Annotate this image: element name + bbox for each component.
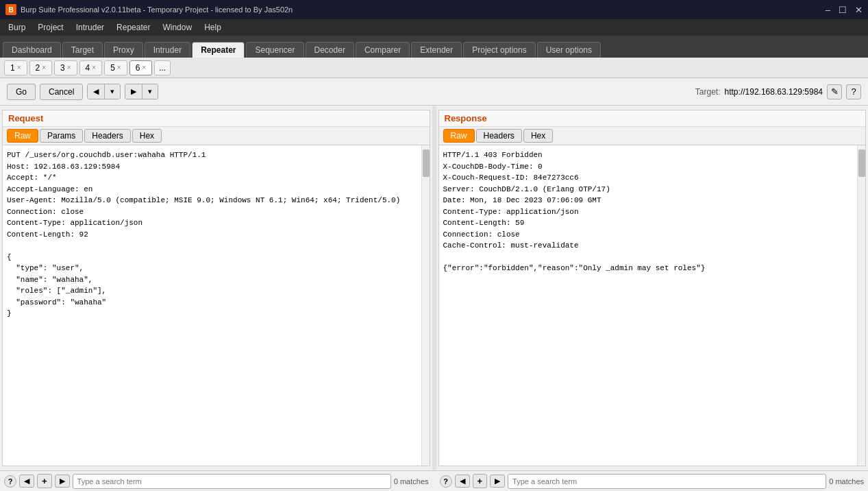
cancel-button[interactable]: Cancel	[40, 84, 83, 100]
repeater-tab-1[interactable]: 1 ×	[4, 60, 27, 75]
tab-dashboard[interactable]: Dashboard	[3, 42, 61, 58]
response-content[interactable]: HTTP/1.1 403 Forbidden X-CouchDB-Body-Ti…	[439, 145, 858, 466]
repeater-tab-more[interactable]: ...	[154, 60, 171, 75]
tab-decoder[interactable]: Decoder	[306, 42, 354, 58]
maximize-button[interactable]: ☐	[839, 5, 847, 15]
app-icon: B	[5, 4, 16, 15]
tab-1-label: 1	[10, 63, 15, 73]
response-search-add[interactable]: +	[473, 474, 488, 488]
response-search-input[interactable]	[508, 474, 826, 489]
bottom-bar: ? ◀ + ▶ 0 matches ? ◀ + ▶ 0 matches	[0, 470, 868, 491]
close-button[interactable]: ✕	[855, 5, 863, 15]
request-tabs: Raw Params Headers Hex	[3, 127, 430, 145]
help-button[interactable]: ?	[846, 84, 861, 99]
tab-project-options[interactable]: Project options	[463, 42, 535, 58]
target-label: Target:	[695, 87, 721, 97]
target-info: Target: http://192.168.63.129:5984 ✎ ?	[695, 84, 861, 99]
repeater-tab-4[interactable]: 4 ×	[79, 60, 103, 75]
back-button[interactable]: ◀	[88, 84, 105, 99]
repeater-tab-2[interactable]: 2 ×	[29, 60, 53, 75]
response-search-bar: ? ◀ + ▶ 0 matches	[440, 474, 865, 489]
repeater-tab-5[interactable]: 5 ×	[104, 60, 127, 75]
response-body: HTTP/1.1 403 Forbidden X-CouchDB-Body-Ti…	[439, 145, 866, 466]
tab-5-label: 5	[110, 63, 115, 73]
title-bar: B Burp Suite Professional v2.0.11beta - …	[0, 0, 868, 19]
forward-nav-group: ▶ ▾	[125, 84, 158, 99]
back-nav-group: ◀ ▾	[87, 84, 121, 99]
response-scroll-thumb	[858, 149, 865, 177]
forward-dropdown-button[interactable]: ▾	[142, 84, 158, 99]
tab-user-options[interactable]: User options	[537, 42, 601, 58]
menu-bar: Burp Project Intruder Repeater Window He…	[0, 19, 868, 36]
request-tab-params[interactable]: Params	[40, 129, 83, 143]
request-tab-headers[interactable]: Headers	[84, 129, 130, 143]
tab-5-close[interactable]: ×	[117, 64, 121, 71]
request-tab-hex[interactable]: Hex	[132, 129, 162, 143]
tab-6-label: 6	[136, 63, 140, 73]
request-search-next[interactable]: ▶	[55, 475, 70, 488]
repeater-tab-6[interactable]: 6 ×	[129, 60, 153, 75]
back-dropdown-button[interactable]: ▾	[105, 84, 120, 99]
tab-target[interactable]: Target	[62, 42, 103, 58]
request-search-prev[interactable]: ◀	[19, 475, 34, 488]
request-search-matches: 0 matches	[394, 477, 429, 486]
tab-2-label: 2	[36, 63, 40, 73]
tab-4-close[interactable]: ×	[92, 64, 96, 71]
request-tab-raw[interactable]: Raw	[7, 129, 38, 143]
request-search-help[interactable]: ?	[4, 475, 16, 488]
response-tab-headers[interactable]: Headers	[476, 129, 522, 143]
response-search-prev[interactable]: ◀	[455, 475, 470, 488]
repeater-tab-3[interactable]: 3 ×	[54, 60, 77, 75]
target-url: http://192.168.63.129:5984	[725, 87, 823, 97]
tab-proxy[interactable]: Proxy	[104, 42, 143, 58]
tab-comparer[interactable]: Comparer	[356, 42, 410, 58]
window-controls: – ☐ ✕	[826, 5, 863, 15]
tab-3-close[interactable]: ×	[67, 64, 71, 71]
edit-target-button[interactable]: ✎	[827, 84, 842, 99]
minimize-button[interactable]: –	[826, 5, 830, 15]
response-scrollbar[interactable]	[857, 145, 865, 466]
forward-button[interactable]: ▶	[125, 84, 142, 99]
tab-sequencer[interactable]: Sequencer	[246, 42, 303, 58]
tab-intruder[interactable]: Intruder	[145, 42, 190, 58]
tab-repeater[interactable]: Repeater	[192, 42, 245, 58]
response-tab-hex[interactable]: Hex	[523, 129, 553, 143]
response-search-help[interactable]: ?	[440, 475, 452, 488]
go-button[interactable]: Go	[7, 84, 36, 100]
menu-project[interactable]: Project	[32, 21, 69, 34]
response-search-matches: 0 matches	[829, 477, 864, 486]
repeater-tabs: 1 × 2 × 3 × 4 × 5 × 6 × ...	[0, 58, 868, 78]
main-content: Request Raw Params Headers Hex PUT /_use…	[0, 106, 868, 470]
request-scroll-thumb	[423, 149, 430, 177]
tab-6-close[interactable]: ×	[142, 64, 146, 71]
menu-window[interactable]: Window	[157, 21, 197, 34]
request-body: PUT /_users/org.couchdb.user:wahaha HTTP…	[3, 145, 430, 466]
panel-divider[interactable]	[432, 106, 436, 470]
tab-extender[interactable]: Extender	[411, 42, 462, 58]
menu-help[interactable]: Help	[199, 21, 227, 34]
menu-repeater[interactable]: Repeater	[111, 21, 156, 34]
response-search-next[interactable]: ▶	[490, 475, 505, 488]
tab-1-close[interactable]: ×	[17, 64, 21, 71]
request-search-add[interactable]: +	[37, 474, 52, 488]
response-tabs: Raw Headers Hex	[439, 127, 866, 145]
request-scrollbar[interactable]	[421, 145, 430, 466]
request-panel: Request Raw Params Headers Hex PUT /_use…	[2, 110, 430, 466]
title-text: Burp Suite Professional v2.0.11beta - Te…	[21, 5, 293, 14]
request-header: Request	[3, 110, 430, 127]
request-content[interactable]: PUT /_users/org.couchdb.user:wahaha HTTP…	[3, 145, 421, 466]
menu-intruder[interactable]: Intruder	[71, 21, 110, 34]
tab-2-close[interactable]: ×	[42, 64, 46, 71]
tab-3-label: 3	[60, 63, 65, 73]
tab-4-label: 4	[86, 63, 90, 73]
request-search-bar: ? ◀ + ▶ 0 matches	[4, 474, 429, 489]
response-panel: Response Raw Headers Hex HTTP/1.1 403 Fo…	[438, 110, 867, 466]
response-header: Response	[439, 110, 866, 127]
response-tab-raw[interactable]: Raw	[443, 129, 475, 143]
menu-burp[interactable]: Burp	[3, 21, 31, 34]
request-search-input[interactable]	[73, 474, 391, 489]
toolbar: Go Cancel ◀ ▾ ▶ ▾ Target: http://192.168…	[0, 78, 868, 106]
top-tabs: Dashboard Target Proxy Intruder Repeater…	[0, 36, 868, 58]
